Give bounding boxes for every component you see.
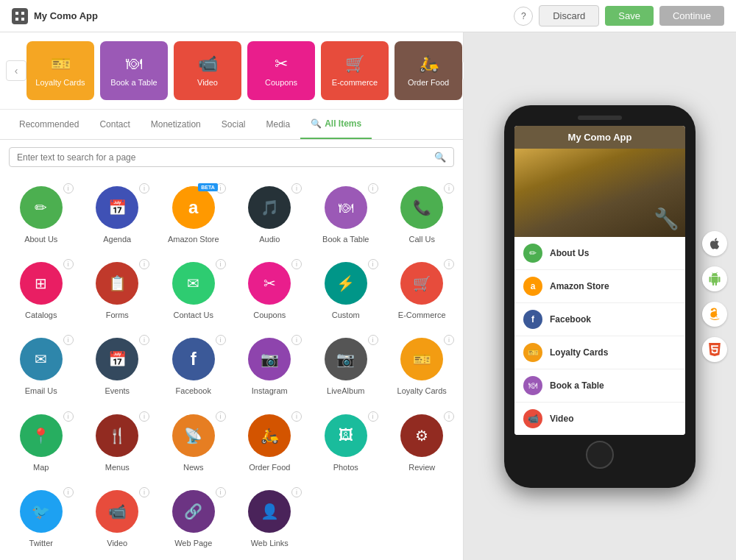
html5-icon[interactable] [702,337,727,362]
filter-tab-contact[interactable]: Contact [89,110,140,138]
phone-menu-icon: 🎫 [523,343,542,362]
info-badge[interactable]: i [291,259,302,269]
grid-item-about-us[interactable]: i✏About Us [3,177,79,253]
info-badge[interactable]: i [368,411,378,422]
right-panel: My Como App 🔧 ✏ About Us a Amazon Store … [464,32,736,560]
grid-item-video[interactable]: i📹Video [79,481,156,557]
grid-item-twitter[interactable]: i🐦Twitter [3,481,79,557]
info-badge[interactable]: i [139,335,149,345]
info-badge[interactable]: i [216,487,226,497]
featured-tile-book-a-table[interactable]: 🍽Book a Table [100,41,168,100]
grid-item-news[interactable]: i📡News [155,405,232,481]
grid-item-review[interactable]: i⚙Review [384,405,461,481]
info-badge[interactable]: i [139,183,149,194]
platform-icons [702,231,727,362]
android-icon[interactable] [702,266,727,291]
featured-tile-coupons[interactable]: ✂Coupons [247,41,315,100]
filter-tab-all-items[interactable]: 🔍All Items [300,110,372,139]
info-badge[interactable]: i [444,411,454,422]
grid-item-agenda[interactable]: i📅Agenda [79,177,156,253]
info-badge[interactable]: i [139,411,149,422]
info-badge[interactable]: i [63,183,74,194]
phone-speaker [578,116,622,120]
featured-tile-loyalty-cards[interactable]: 🎫Loyalty Cards [26,41,94,100]
search-icon[interactable]: 🔍 [434,152,446,163]
info-badge[interactable]: i [216,335,226,345]
search-input[interactable] [17,152,430,163]
svg-rect-1 [15,18,18,21]
grid-item-contact-us[interactable]: i✉Contact Us [155,253,232,329]
featured-tile-order-food[interactable]: 🛵Order Food [394,41,462,100]
info-badge[interactable]: i [139,487,149,497]
phone-menu-item-book-a-table[interactable]: 🍽 Book a Table [514,369,685,403]
grid-item-menus[interactable]: i🍴Menus [79,405,156,481]
grid-item-call-us[interactable]: i📞Call Us [384,177,461,253]
help-button[interactable]: ? [514,7,533,26]
phone-home-button[interactable] [586,441,614,469]
info-badge[interactable]: i [444,183,454,194]
app-name: My Como App [34,10,98,21]
info-badge[interactable]: i [63,259,74,269]
filter-tab-monetization[interactable]: Monetization [141,110,211,138]
info-badge[interactable]: i [63,411,74,422]
phone-menu-item-loyalty-cards[interactable]: 🎫 Loyalty Cards [514,336,685,369]
grid-item-web-page[interactable]: i🔗Web Page [155,481,232,557]
featured-tile-video[interactable]: 📹Video [174,41,241,100]
grid-item-catalogs[interactable]: i⊞Catalogs [3,253,79,329]
info-badge[interactable]: i [63,487,74,497]
grid-item-loyalty-cards[interactable]: i🎫Loyalty Cards [384,329,461,405]
grid-item-book-a-table[interactable]: i🍽Book a Table [308,177,384,253]
item-icon-amazon-store: aBETA [172,186,215,229]
phone-menu-item-facebook[interactable]: f Facebook [514,303,685,336]
grid-item-photos[interactable]: i🖼Photos [308,405,384,481]
featured-tile-e-commerce[interactable]: 🛒E-commerce [321,41,389,100]
info-badge[interactable]: i [444,259,454,269]
phone-menu-item-video[interactable]: 📹 Video [514,403,685,435]
grid-item-web-links[interactable]: i👤Web Links [232,481,308,557]
grid-item-instagram[interactable]: i📷Instagram [232,329,308,405]
filter-tab-social[interactable]: Social [211,110,256,138]
prev-arrow[interactable]: ‹ [6,60,26,81]
info-badge[interactable]: i [368,259,378,269]
phone-menu-icon: 🍽 [523,376,542,395]
discard-button[interactable]: Discard [539,5,599,26]
continue-button[interactable]: Continue [659,6,724,26]
info-badge[interactable]: i [291,411,302,422]
item-label: Forms [106,310,129,320]
info-badge[interactable]: i [291,335,302,345]
filter-tab-recommended[interactable]: Recommended [9,110,89,138]
info-badge[interactable]: i [216,411,226,422]
item-icon-order-food: 🛵 [248,414,291,457]
grid-item-e-commerce[interactable]: i🛒E-Commerce [384,253,461,329]
grid-item-events[interactable]: i📅Events [79,329,156,405]
grid-item-coupons[interactable]: i✂Coupons [232,253,308,329]
filter-tab-media[interactable]: Media [255,110,300,138]
info-badge[interactable]: i [291,183,302,194]
grid-item-map[interactable]: i📍Map [3,405,79,481]
top-actions: ? Discard Save Continue [514,5,724,26]
save-button[interactable]: Save [605,6,654,26]
grid-item-facebook[interactable]: ifFacebook [155,329,232,405]
info-badge[interactable]: i [63,335,74,345]
grid-item-livealbum[interactable]: i📷LiveAlbum [308,329,384,405]
info-badge[interactable]: i [444,335,454,345]
item-icon-call-us: 📞 [400,186,443,229]
grid-item-amazon-store[interactable]: iaBETAAmazon Store [155,177,232,253]
grid-item-email-us[interactable]: i✉Email Us [3,329,79,405]
info-badge[interactable]: i [368,183,378,194]
info-badge[interactable]: i [216,259,226,269]
grid-item-custom[interactable]: i⚡Custom [308,253,384,329]
item-icon-coupons: ✂ [248,262,291,305]
search-input-wrap[interactable]: 🔍 [9,147,454,167]
beta-badge: BETA [198,183,218,191]
amazon-icon[interactable] [702,302,727,327]
info-badge[interactable]: i [291,487,302,497]
info-badge[interactable]: i [368,335,378,345]
phone-menu-item-about-us[interactable]: ✏ About Us [514,237,685,270]
grid-item-forms[interactable]: i📋Forms [79,253,156,329]
info-badge[interactable]: i [139,259,149,269]
grid-item-order-food[interactable]: i🛵Order Food [232,405,308,481]
grid-item-audio[interactable]: i🎵Audio [232,177,308,253]
phone-menu-item-amazon-store[interactable]: a Amazon Store [514,270,685,303]
apple-icon[interactable] [702,231,727,256]
